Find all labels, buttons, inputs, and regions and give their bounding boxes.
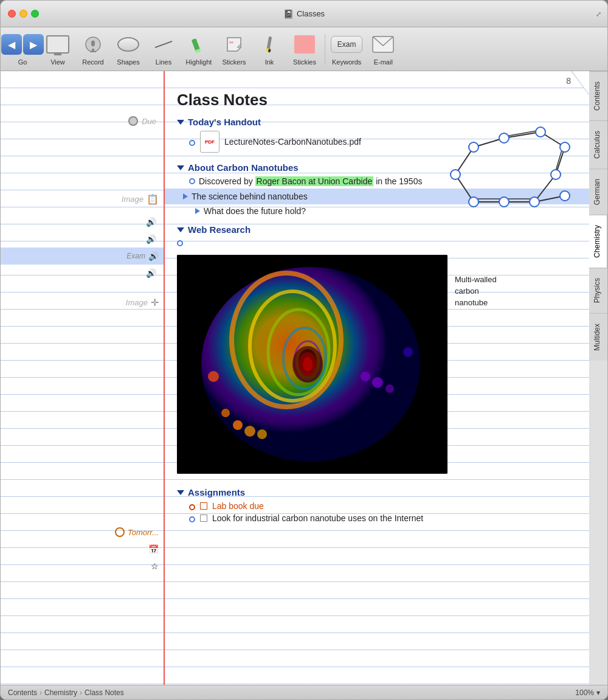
pdf-icon: PDF <box>200 131 219 153</box>
svg-point-48 <box>208 371 219 382</box>
keywords-icon: Exam <box>334 32 359 57</box>
ink-label: Ink <box>265 58 274 66</box>
breadcrumb: Contents › Chemistry › Class Notes <box>8 688 124 697</box>
audio-icon-3: 🔊 <box>148 251 159 261</box>
tomorrow-label: Tomorr... <box>128 528 159 537</box>
highlight-tool[interactable]: Highlight <box>182 30 216 68</box>
assignments-triangle-icon <box>177 490 184 495</box>
play-icon-2 <box>195 208 200 214</box>
app-window: 📓 Classes ⤢ ◀ ▶ Go View <box>0 0 608 700</box>
assignment-item-1[interactable]: Lab book due <box>177 501 577 511</box>
research-triangle-icon <box>177 227 184 232</box>
crosshair-icon: ✛ <box>151 297 159 308</box>
checkbox-1[interactable] <box>200 502 207 510</box>
shapes-icon <box>116 32 140 57</box>
title-notebook-icon: 📓 <box>283 9 294 19</box>
svg-point-32 <box>560 142 570 152</box>
shapes-tool[interactable]: Shapes <box>111 30 145 68</box>
stickers-label: Stickers <box>222 58 246 66</box>
exam-keywords-button[interactable]: Exam <box>331 36 363 53</box>
toolbar: ◀ ▶ Go View Record <box>1 27 607 71</box>
notebook: Due Image 📋 🔊 🔊 <box>1 71 589 685</box>
svg-point-26 <box>530 197 539 207</box>
svg-point-25 <box>499 197 509 207</box>
main-area: Due Image 📋 🔊 🔊 <box>1 71 607 685</box>
svg-point-33 <box>536 127 545 137</box>
toolbar-separator <box>325 34 325 64</box>
ink-icon <box>257 32 282 57</box>
svg-rect-2 <box>90 51 96 52</box>
record-icon <box>81 32 105 57</box>
pdf-bullet <box>189 140 195 146</box>
svg-text:✂: ✂ <box>229 40 234 46</box>
bullet-circle-1 <box>189 178 195 184</box>
tab-german[interactable]: German <box>589 168 607 215</box>
tab-physics[interactable]: Physics <box>589 268 607 313</box>
svg-point-44 <box>221 409 230 417</box>
highlight-text: Roger Bacon at Union Carbide <box>255 176 374 186</box>
keywords-tool[interactable]: Exam Keywords <box>328 30 365 68</box>
svg-rect-6 <box>266 36 272 50</box>
go-tool[interactable]: ◀ ▶ Go <box>5 30 40 68</box>
assignment-item-2[interactable]: Look for industrial carbon nanotube uses… <box>177 513 577 523</box>
tab-calculus[interactable]: Calculus <box>589 120 607 168</box>
lines-icon <box>151 32 176 57</box>
svg-point-29 <box>560 191 570 201</box>
highlight-icon <box>187 32 211 57</box>
breadcrumb-sep-2: › <box>80 688 82 697</box>
traffic-lights <box>8 10 39 18</box>
nanotube-diagram <box>437 105 583 220</box>
svg-point-27 <box>451 170 460 179</box>
image-label-2: Image <box>126 298 148 307</box>
research-content: Multi-walled carbon nanotube <box>177 238 577 479</box>
stickies-icon <box>292 32 317 57</box>
go-label: Go <box>18 58 27 66</box>
svg-point-31 <box>499 133 509 143</box>
go-icon: ◀ ▶ <box>10 32 35 57</box>
status-bar: Contents › Chemistry › Class Notes 100% … <box>1 685 607 699</box>
svg-point-49 <box>403 347 413 357</box>
svg-point-47 <box>385 384 394 393</box>
svg-point-41 <box>233 420 243 430</box>
checkbox-2[interactable] <box>200 515 207 522</box>
assignment-bullet-2 <box>189 516 195 522</box>
lines-label: Lines <box>156 58 171 66</box>
email-tool[interactable]: E-mail <box>366 30 400 68</box>
handout-triangle-icon <box>177 120 184 125</box>
zoom-control[interactable]: 100% ▾ <box>575 688 600 697</box>
email-icon <box>371 32 395 57</box>
image-caption: Multi-walled carbon nanotube <box>455 238 497 307</box>
expand-button[interactable]: ⤢ <box>596 10 601 18</box>
pdf-filename: LectureNotes-CarbonNanotubes.pdf <box>224 137 361 147</box>
keywords-label: Keywords <box>332 58 361 66</box>
stickers-tool[interactable]: ✂ Stickers <box>217 30 251 68</box>
maximize-button[interactable] <box>31 10 39 18</box>
breadcrumb-sep-1: › <box>40 688 42 697</box>
audio-icon-4: 🔊 <box>146 268 156 278</box>
zoom-arrow-icon: ▾ <box>596 688 600 697</box>
view-label: View <box>50 58 65 66</box>
window-title: 📓 Classes <box>283 9 325 19</box>
audio-icon-2: 🔊 <box>146 234 156 244</box>
image-icon-1: 📋 <box>147 193 159 205</box>
lines-tool[interactable]: Lines <box>147 30 181 68</box>
ink-tool[interactable]: Ink <box>252 30 286 68</box>
view-icon <box>46 32 70 57</box>
title-bar: 📓 Classes ⤢ <box>1 1 607 27</box>
assignments-section-header: Assignments <box>177 487 577 497</box>
minimize-button[interactable] <box>19 10 27 18</box>
email-label: E-mail <box>374 58 393 66</box>
record-label: Record <box>82 58 103 66</box>
record-tool[interactable]: Record <box>76 30 110 68</box>
back-arrow-icon[interactable]: ◀ <box>1 34 22 55</box>
audio-icon-1: 🔊 <box>146 217 156 227</box>
tab-contents[interactable]: Contents <box>589 71 607 120</box>
note-content: 8 <box>165 71 589 685</box>
highlight-label: Highlight <box>186 58 212 66</box>
research-bullet <box>177 240 183 246</box>
close-button[interactable] <box>8 10 16 18</box>
stickies-tool[interactable]: Stickies <box>288 30 322 68</box>
view-tool[interactable]: View <box>41 30 75 68</box>
tab-chemistry[interactable]: Chemistry <box>589 215 607 268</box>
tab-multidex[interactable]: Multidex <box>589 313 607 361</box>
